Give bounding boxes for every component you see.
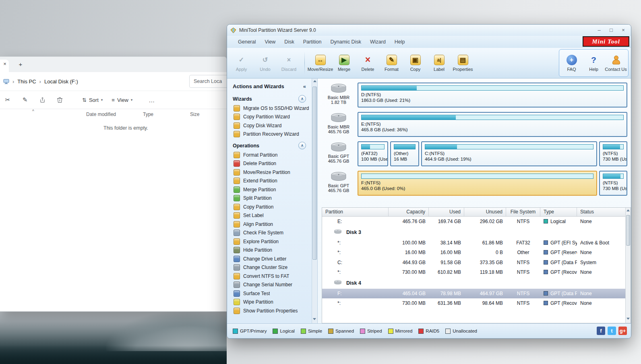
maximize-button[interactable]: □ — [605, 26, 617, 35]
column-header-date-modified[interactable]: Date modified — [86, 112, 116, 117]
sidebar-item-hide-partition[interactable]: Hide Partition — [227, 246, 317, 255]
partition-block-e-ntfs[interactable]: E:(NTFS)465.8 GB (Used: 36%) — [358, 112, 627, 137]
breadcrumb-local-disk-f[interactable]: Local Disk (F:) — [44, 79, 78, 85]
sidebar-item-copy-disk-wizard[interactable]: Copy Disk Wizard — [227, 121, 317, 130]
rename-icon[interactable]: ✎ — [21, 96, 29, 103]
partition-block-f-ntfs[interactable]: F:(NTFS)465.0 GB (Used: 0%) — [358, 171, 597, 196]
column-header-type[interactable]: Type — [143, 112, 153, 117]
disk-info[interactable]: Basic MBR1.82 TB — [322, 83, 356, 108]
menu-dynamic-disk[interactable]: Dynamic Disk — [326, 39, 366, 45]
sidebar-item-migrate-os-to-ssd-hd-wizard[interactable]: Migrate OS to SSD/HD Wizard — [227, 104, 317, 113]
table-disk-group-disk-3[interactable]: Disk 3 — [322, 227, 626, 238]
column-header-partition[interactable]: Partition — [322, 208, 389, 216]
column-header-unused[interactable]: Unused — [464, 208, 506, 216]
close-button[interactable]: × — [617, 26, 629, 35]
sidebar-collapse-icon[interactable]: « — [303, 83, 306, 89]
sidebar-item-wipe-partition[interactable]: Wipe Partition — [227, 298, 317, 307]
column-header-type[interactable]: Type — [540, 208, 577, 216]
menu-partition[interactable]: Partition — [299, 39, 326, 45]
column-header-used[interactable]: Used — [429, 208, 464, 216]
sidebar-item-change-serial-number[interactable]: Change Serial Number — [227, 281, 317, 290]
toolbar-button-properties[interactable]: ▤Properties — [451, 49, 475, 77]
collapse-section-button[interactable]: ∧ — [298, 95, 306, 103]
scrollbar-thumb[interactable] — [312, 87, 317, 260]
toolbar-button-format[interactable]: ✎Format — [380, 49, 403, 77]
cut-icon[interactable]: ✂ — [4, 96, 11, 103]
toolbar-button-faq[interactable]: +FAQ — [560, 50, 583, 76]
sidebar-item-explore-partition[interactable]: Explore Partition — [227, 237, 317, 246]
view-button[interactable]: ≡ View ▾ — [112, 97, 132, 103]
table-row-c-464-93-gb[interactable]: C:464.93 GB91.58 GB373.35 GBNTFSGPT (Dat… — [322, 258, 626, 268]
table-scrollbar[interactable] — [625, 208, 631, 323]
table-row-730-00-mb[interactable]: *:730.00 MB631.36 MB98.64 MBNTFSGPT (Rec… — [322, 298, 626, 308]
table-row-f-465-04-gb[interactable]: F:465.04 GB78.98 MB464.97 GBNTFSGPT (Dat… — [322, 289, 626, 299]
minimize-button[interactable]: – — [593, 26, 605, 35]
sort-button[interactable]: ⇅ Sort ▾ — [82, 97, 103, 103]
toolbar-button-discard[interactable]: ×Discard — [277, 49, 301, 77]
search-input[interactable] — [189, 75, 227, 88]
scrollbar-thumb[interactable] — [626, 215, 630, 246]
column-header-capacity[interactable]: Capacity — [389, 208, 429, 216]
breadcrumb-chevron[interactable]: › — [9, 79, 17, 85]
partition-block-other[interactable]: (Other)16 MB — [390, 141, 419, 166]
sidebar-item-align-partition[interactable]: Align Partition — [227, 220, 317, 229]
sidebar-item-check-file-system[interactable]: Check File System — [227, 229, 317, 238]
sidebar-item-merge-partition[interactable]: Merge Partition — [227, 185, 317, 194]
sidebar-item-split-partition[interactable]: Split Partition — [227, 194, 317, 203]
more-options-button[interactable]: … — [149, 97, 155, 103]
name-sort-caret-icon[interactable]: ^ — [32, 109, 34, 114]
breadcrumb-chevron[interactable]: › — [36, 79, 44, 85]
column-header-status[interactable]: Status — [577, 208, 626, 216]
partition-block-ntfs[interactable]: (NTFS)730 MB (Used: — [599, 171, 627, 196]
google-plus-icon[interactable]: g+ — [618, 327, 627, 335]
sidebar-item-copy-partition-wizard[interactable]: Copy Partition Wizard — [227, 113, 317, 122]
table-row-100-00-mb[interactable]: *:100.00 MB38.14 MB61.86 MBFAT32GPT (EFI… — [322, 238, 626, 248]
toolbar-button-undo[interactable]: ↺Undo — [253, 49, 277, 77]
table-disk-group-disk-4[interactable]: Disk 4 — [322, 277, 626, 289]
delete-icon[interactable] — [56, 96, 63, 103]
scroll-up-icon[interactable] — [313, 80, 316, 82]
breadcrumb-this-pc[interactable]: This PC — [17, 79, 36, 85]
column-header-file-system[interactable]: File System — [506, 208, 540, 216]
new-tab-button[interactable]: + — [16, 60, 25, 69]
menu-wizard[interactable]: Wizard — [366, 39, 390, 45]
sidebar-item-format-partition[interactable]: Format Partition — [227, 151, 317, 159]
sidebar-item-change-cluster-size[interactable]: Change Cluster Size — [227, 263, 317, 272]
toolbar-button-copy[interactable]: ▣Copy — [403, 49, 427, 77]
table-row-16-00-mb[interactable]: *:16.00 MB16.00 MB0 BOtherGPT (Reserv...… — [322, 248, 626, 258]
toolbar-button-move-resize[interactable]: ↔Move/Resize — [308, 49, 332, 77]
toolbar-button-help[interactable]: ?Help — [583, 50, 605, 76]
sidebar-item-change-drive-letter[interactable]: Change Drive Letter — [227, 254, 317, 263]
scroll-down-icon[interactable] — [627, 318, 630, 320]
sidebar-item-partition-recovery-wizard[interactable]: Partition Recovery Wizard — [227, 130, 317, 139]
facebook-icon[interactable]: f — [597, 327, 605, 335]
column-header-size[interactable]: Size — [190, 112, 199, 117]
disk-info[interactable]: Basic GPT465.76 GB — [322, 171, 356, 196]
sidebar-item-move-resize-partition[interactable]: Move/Resize Partition — [227, 168, 317, 177]
minitool-titlebar[interactable]: MiniTool Partition Wizard Server 9.0 – □… — [227, 25, 631, 36]
sidebar-item-extend-partition[interactable]: Extend Partition — [227, 177, 317, 186]
sidebar-item-copy-partition[interactable]: Copy Partition — [227, 203, 317, 211]
menu-general[interactable]: General — [234, 39, 260, 45]
disk-info[interactable]: Basic GPT465.76 GB — [322, 141, 356, 166]
share-icon[interactable] — [39, 96, 46, 103]
tab-close-icon[interactable]: × — [1, 60, 8, 68]
sidebar-scrollbar[interactable] — [312, 79, 317, 323]
sidebar-item-set-label[interactable]: Set Label — [227, 211, 317, 220]
menu-view[interactable]: View — [260, 39, 280, 45]
sidebar-item-convert-ntfs-to-fat[interactable]: Convert NTFS to FAT — [227, 272, 317, 281]
toolbar-button-label[interactable]: a|Label — [427, 49, 451, 77]
table-row-730-00-mb[interactable]: *:730.00 MB610.82 MB119.18 MBNTFSGPT (Re… — [322, 267, 626, 277]
scroll-up-icon[interactable] — [627, 209, 630, 211]
collapse-section-button[interactable]: ∧ — [298, 142, 306, 149]
sidebar-item-surface-test[interactable]: Surface Test — [227, 289, 317, 298]
menu-help[interactable]: Help — [390, 39, 409, 45]
sidebar-item-show-partition-properties[interactable]: Show Partition Properties — [227, 306, 317, 315]
toolbar-button-apply[interactable]: ✓Apply — [230, 49, 253, 77]
twitter-icon[interactable]: t — [608, 327, 616, 335]
toolbar-button-delete[interactable]: ×Delete — [356, 49, 380, 77]
scroll-down-icon[interactable] — [313, 318, 316, 320]
partition-block-c-ntfs[interactable]: C:(NTFS)464.9 GB (Used: 19%) — [421, 141, 597, 166]
disk-info[interactable]: Basic MBR465.76 GB — [322, 112, 356, 137]
table-row-e-465-76-gb[interactable]: E:465.76 GB169.74 GB296.02 GBNTFSLogical… — [322, 217, 626, 227]
